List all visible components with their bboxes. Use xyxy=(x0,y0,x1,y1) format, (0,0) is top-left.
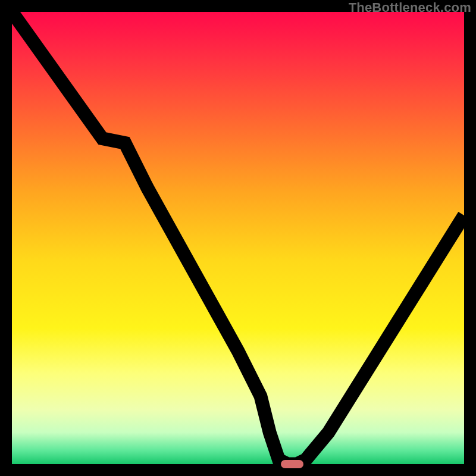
chart-frame: TheBottleneck.com xyxy=(0,0,476,476)
curve-path xyxy=(12,12,464,464)
plot-area xyxy=(12,12,464,464)
watermark-text: TheBottleneck.com xyxy=(349,0,471,15)
bottleneck-curve xyxy=(12,12,464,464)
optimal-marker xyxy=(281,460,303,468)
